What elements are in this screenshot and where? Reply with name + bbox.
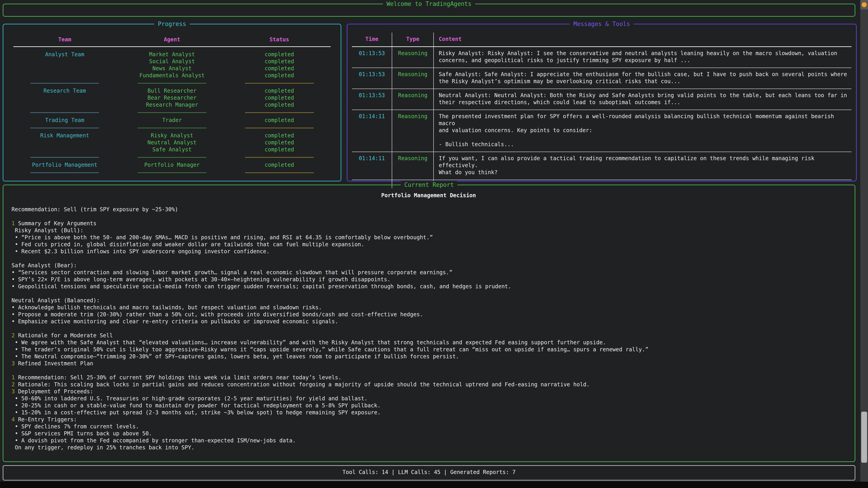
agent-name: Bull Researcher: [119, 88, 226, 94]
status-value: completed: [225, 132, 333, 139]
progress-col-agent: Agent: [119, 36, 226, 46]
report-body: Recommendation: Sell (trim SPY exposure …: [11, 206, 846, 451]
agent-name: Social Analyst: [119, 58, 226, 65]
table-row: Research TeamBull ResearcherBear Researc…: [11, 88, 333, 108]
report-line: 3 Refined Investment Plan: [11, 360, 846, 367]
report-line: Safe Analyst (Bear):: [11, 262, 846, 269]
status-value: completed: [225, 72, 333, 79]
current-report-panel: Current Report Portfolio Management Deci…: [3, 185, 855, 462]
progress-panel: Progress Team Agent Status Analyst TeamM…: [3, 24, 341, 182]
table-row: Trading TeamTradercompleted: [11, 117, 333, 124]
row-separator: [11, 124, 333, 132]
footer-stats-panel: Tool Calls: 14 | LLM Calls: 45 | Generat…: [3, 465, 855, 481]
agent-cell: Portfolio Manager: [119, 162, 226, 168]
progress-header-separator: [13, 46, 331, 47]
message-type: Reasoning: [392, 89, 434, 109]
report-line: • Fed cuts priced in, global disinflatio…: [11, 241, 846, 248]
report-line: 1 Summary of Key Arguments: [11, 220, 846, 227]
table-row: Portfolio ManagementPortfolio Managercom…: [11, 162, 333, 168]
row-separator: [11, 168, 333, 177]
scrollbar-thumb[interactable]: [861, 412, 867, 463]
report-line: [11, 290, 846, 297]
status-value: completed: [225, 58, 333, 65]
status-value: completed: [225, 139, 333, 146]
list-number: 4: [11, 416, 15, 423]
report-line: • 50-60% into laddered U.S. Treasuries o…: [11, 395, 846, 402]
messages-table-body: 01:13:53ReasoningRisky Analyst: Risky An…: [352, 47, 851, 180]
status-cell: completedcompletedcompletedcompleted: [225, 51, 333, 79]
progress-col-status: Status: [225, 36, 333, 46]
report-line: • Geopolitical tensions and speculative …: [11, 283, 846, 290]
list-number: 2: [11, 381, 15, 388]
messages-panel-title: Messages & Tools: [570, 20, 633, 28]
message-time: 01:13:53: [352, 47, 392, 68]
status-value: completed: [225, 65, 333, 72]
report-line: • Emphasize active monitoring and clear …: [11, 318, 846, 325]
report-line: • SPY declines 7% from current levels.: [11, 423, 846, 430]
team-cell: Portfolio Management: [11, 162, 119, 168]
report-heading: Portfolio Management Decision: [11, 192, 846, 199]
agent-name: Market Analyst: [119, 51, 226, 58]
agent-name: Trader: [119, 117, 226, 124]
report-line: Recommendation: Sell (trim SPY exposure …: [11, 206, 846, 213]
row-separator: [11, 79, 333, 88]
message-content: Neutral Analyst: Neutral Analyst: Both t…: [434, 89, 851, 109]
agent-name: Portfolio Manager: [119, 162, 226, 168]
status-value: completed: [225, 88, 333, 94]
team-cell: Research Team: [11, 88, 119, 108]
welcome-panel: Welcome to TradingAgents: [3, 4, 855, 17]
progress-panel-title: Progress: [154, 20, 190, 28]
status-cell: completedcompletedcompleted: [225, 132, 333, 153]
messages-col-content: Content: [434, 33, 851, 46]
agent-name: Bear Researcher: [119, 94, 226, 101]
agent-name: Research Manager: [119, 101, 226, 108]
scrollbar-top-button[interactable]: [860, 0, 868, 9]
report-line: • Recent $2.3 billion inflows into SPY u…: [11, 248, 846, 255]
report-line: • “Price is above both the 50- and 200-d…: [11, 234, 846, 241]
list-number: 3: [11, 360, 15, 367]
scrollbar-track[interactable]: [860, 0, 868, 482]
terminal-bottom-edge: [0, 482, 868, 488]
list-number: 1: [11, 220, 15, 227]
team-cell: Analyst Team: [11, 51, 119, 79]
report-line: 3 Deployment of Proceeds:: [11, 388, 846, 395]
agent-cell: Bull ResearcherBear ResearcherResearch M…: [119, 88, 226, 108]
scroll-marker-icon: [862, 2, 867, 7]
status-value: completed: [225, 51, 333, 58]
list-number: 3: [11, 388, 15, 395]
status-value: completed: [225, 101, 333, 108]
table-row: Risk ManagementRisky AnalystNeutral Anal…: [11, 132, 333, 153]
welcome-panel-title: Welcome to TradingAgents: [383, 0, 475, 8]
list-number: 2: [11, 332, 15, 339]
message-time: 01:14:11: [352, 152, 392, 180]
footer-stats-text: Tool Calls: 14 | LLM Calls: 45 | Generat…: [3, 466, 855, 479]
message-type: Reasoning: [392, 68, 434, 89]
progress-table: Team Agent Status Analyst TeamMarket Ana…: [3, 24, 341, 177]
report-line: On any trigger, redeploy in 25% tranches…: [11, 444, 846, 451]
message-content: If you want, I can also provide a tactic…: [434, 152, 851, 180]
message-content: Risky Analyst: Risky Analyst: I see the …: [434, 47, 851, 68]
messages-col-type: Type: [392, 33, 434, 46]
report-line: • We agree with the Safe Analyst that “e…: [11, 339, 846, 346]
agent-name: News Analyst: [119, 65, 226, 72]
report-line: [11, 325, 846, 332]
agent-name: Fundamentals Analyst: [119, 72, 226, 79]
message-time: 01:13:53: [352, 68, 392, 89]
agent-name: Neutral Analyst: [119, 139, 226, 146]
report-line: Risky Analyst (Bull):: [11, 227, 846, 234]
message-content: Safe Analyst: Safe Analyst: I appreciate…: [434, 68, 851, 89]
report-line: Neutral Analyst (Balanced):: [11, 297, 846, 304]
row-separator: [11, 153, 333, 162]
table-row: 01:13:53ReasoningSafe Analyst: Safe Anal…: [352, 68, 851, 89]
agent-cell: Risky AnalystNeutral AnalystSafe Analyst: [119, 132, 226, 153]
current-report-panel-title: Current Report: [401, 181, 457, 189]
report-line: • “Services sector contraction and slowi…: [11, 269, 846, 276]
progress-table-body: Analyst TeamMarket AnalystSocial Analyst…: [11, 51, 333, 177]
table-row: Analyst TeamMarket AnalystSocial Analyst…: [11, 51, 333, 79]
report-line: 2 Rationale for a Moderate Sell: [11, 332, 846, 339]
status-value: completed: [225, 146, 333, 153]
message-time: 01:14:11: [352, 110, 392, 152]
table-row: 01:14:11ReasoningThe presented investmen…: [352, 110, 851, 152]
table-row: 01:14:11ReasoningIf you want, I can also…: [352, 152, 851, 180]
message-type: Reasoning: [392, 110, 434, 152]
